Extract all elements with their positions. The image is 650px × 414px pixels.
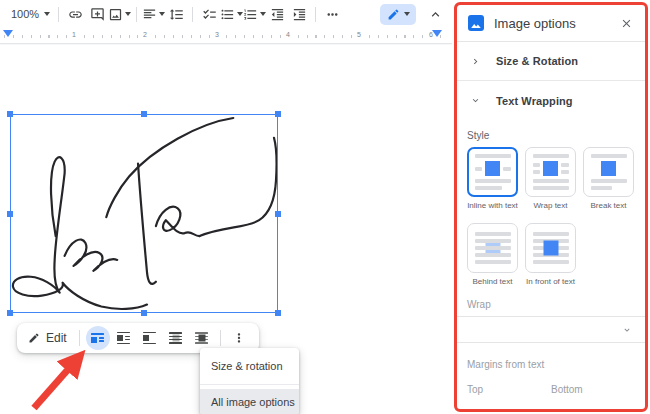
- panel-title: Image options: [494, 16, 610, 31]
- resize-handle-e[interactable]: [275, 211, 281, 217]
- pen-icon: [387, 8, 400, 21]
- editing-mode-button[interactable]: [380, 4, 416, 25]
- increase-indent-icon: [292, 7, 307, 22]
- style-card-break-text[interactable]: [583, 147, 634, 197]
- left-indent-marker[interactable]: [3, 30, 13, 37]
- style-name: In front of text: [526, 277, 575, 286]
- align-icon: [142, 7, 157, 22]
- style-option-in-front: In front of text: [525, 223, 576, 286]
- wrap-label: Wrap: [467, 299, 635, 310]
- right-indent-marker[interactable]: [432, 30, 442, 37]
- ruler-number: 5: [355, 31, 363, 38]
- insert-image-button[interactable]: [108, 2, 131, 26]
- main-toolbar: 100%: [0, 0, 452, 28]
- style-card-behind-text[interactable]: [467, 223, 518, 273]
- dropdown-caret-icon: [622, 325, 632, 335]
- inline-with-text-icon: [91, 333, 104, 342]
- resize-handle-sw[interactable]: [7, 310, 13, 316]
- horizontal-ruler: 1 2 3 4 5 6: [0, 28, 452, 44]
- kebab-icon: [232, 331, 246, 345]
- behind-text-button[interactable]: [164, 326, 188, 350]
- wrap-dropdown[interactable]: [457, 316, 645, 343]
- menu-divider: [200, 384, 299, 385]
- image-options-menu: Size & rotation All image options: [200, 348, 299, 414]
- increase-indent-button[interactable]: [288, 2, 310, 26]
- close-panel-button[interactable]: [620, 17, 633, 30]
- section-text-wrapping[interactable]: Text Wrapping: [457, 81, 645, 120]
- resize-handle-s[interactable]: [141, 310, 147, 316]
- style-name: Break text: [590, 201, 626, 210]
- link-icon: [68, 7, 83, 22]
- image-options-panel: Image options Size & Rotation Text Wrapp…: [454, 2, 648, 412]
- resize-handle-w[interactable]: [7, 211, 13, 217]
- margins-from-text-label: Margins from text: [467, 359, 635, 370]
- bulleted-list-icon: [220, 7, 235, 22]
- menu-item-size-rotation[interactable]: Size & rotation: [200, 353, 299, 379]
- style-card-in-front-of-text[interactable]: [525, 223, 576, 273]
- style-name: Behind text: [472, 277, 512, 286]
- zoom-dropdown-caret-icon: [44, 12, 50, 16]
- insert-link-button[interactable]: [64, 2, 86, 26]
- zoom-control[interactable]: 100%: [8, 2, 53, 26]
- image-dropdown-caret-icon: [125, 12, 131, 16]
- resize-handle-se[interactable]: [275, 310, 281, 316]
- style-card-wrap-text[interactable]: [525, 147, 576, 197]
- document-page: Edit: [0, 45, 455, 414]
- inline-with-text-button[interactable]: [86, 326, 110, 350]
- toolbar-divider: [136, 7, 137, 22]
- edit-icon: [28, 332, 40, 344]
- line-spacing-button[interactable]: [165, 2, 187, 26]
- numbered-list-button[interactable]: [243, 2, 266, 26]
- ruler-number: 1: [70, 31, 78, 38]
- resize-handle-nw[interactable]: [7, 111, 13, 117]
- line-spacing-icon: [169, 7, 184, 22]
- checklist-button[interactable]: [198, 2, 220, 26]
- chevron-down-icon: [470, 95, 481, 106]
- style-card-inline-with-text[interactable]: [467, 147, 518, 197]
- toolbar-divider: [58, 7, 59, 22]
- hide-menus-button[interactable]: [424, 2, 446, 26]
- selected-signature-image[interactable]: [10, 114, 278, 313]
- resize-handle-n[interactable]: [141, 111, 147, 117]
- more-image-options-button[interactable]: [227, 326, 251, 350]
- bulleted-list-button[interactable]: [220, 2, 243, 26]
- signature-image: [11, 115, 277, 313]
- wrap-text-button[interactable]: [112, 326, 136, 350]
- break-text-icon: [143, 332, 156, 345]
- align-button[interactable]: [142, 2, 165, 26]
- ruler-number: 2: [141, 31, 149, 38]
- style-option-break: Break text: [583, 147, 634, 210]
- hide-menus-icon: [428, 7, 443, 22]
- menu-item-all-image-options[interactable]: All image options: [200, 389, 299, 414]
- resize-handle-ne[interactable]: [275, 111, 281, 117]
- in-front-of-text-icon: [195, 332, 208, 344]
- close-icon: [620, 17, 633, 30]
- decrease-indent-icon: [270, 7, 285, 22]
- in-front-of-text-button[interactable]: [190, 326, 214, 350]
- toolbar-divider: [192, 7, 193, 22]
- margin-top-label: Top: [467, 384, 551, 395]
- panel-header: Image options: [457, 5, 645, 42]
- section-label: Text Wrapping: [496, 95, 573, 107]
- style-name: Inline with text: [467, 201, 518, 210]
- wrap-style-grid: Inline with text Wrap text: [467, 147, 635, 286]
- toolbar-divider: [79, 330, 80, 346]
- margins-row: Top Bottom: [467, 384, 635, 395]
- ruler-number: 4: [284, 31, 292, 38]
- style-option-behind: Behind text: [467, 223, 518, 286]
- section-label: Size & Rotation: [496, 55, 578, 67]
- style-label: Style: [467, 130, 635, 141]
- section-size-rotation[interactable]: Size & Rotation: [457, 42, 645, 81]
- margin-bottom-label: Bottom: [551, 384, 635, 395]
- insert-image-icon: [108, 7, 123, 22]
- zoom-value: 100%: [11, 8, 39, 20]
- edit-image-button[interactable]: Edit: [24, 331, 74, 345]
- more-icon: [325, 7, 340, 22]
- decrease-indent-button[interactable]: [266, 2, 288, 26]
- break-text-button[interactable]: [138, 326, 162, 350]
- toolbar-divider: [220, 330, 221, 346]
- add-comment-icon: [90, 7, 105, 22]
- style-option-wrap: Wrap text: [525, 147, 576, 210]
- more-options-button[interactable]: [321, 2, 343, 26]
- add-comment-button[interactable]: [86, 2, 108, 26]
